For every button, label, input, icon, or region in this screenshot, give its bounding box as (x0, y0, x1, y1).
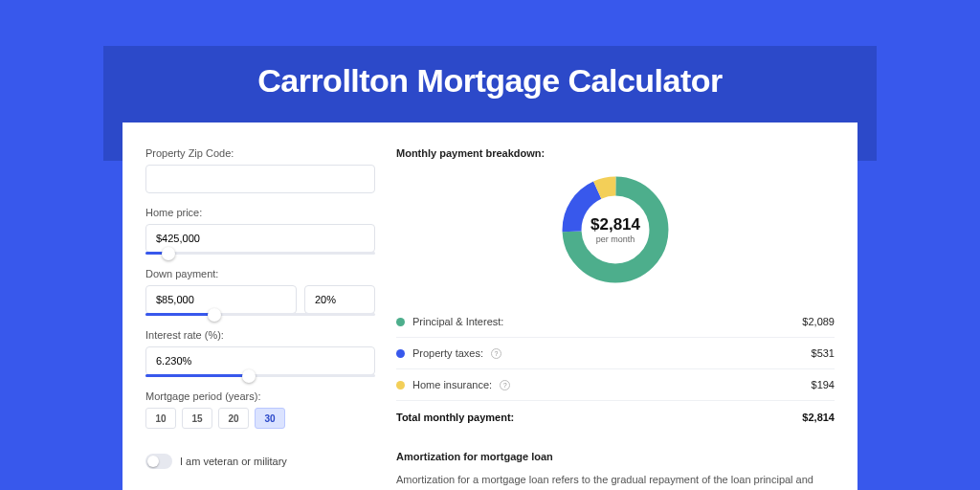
period-options: 10152030 (145, 408, 375, 429)
donut-chart: $2,814 per month (558, 172, 673, 287)
donut-sub: per month (590, 234, 640, 244)
rate-slider-handle[interactable] (242, 369, 256, 383)
donut-center: $2,814 per month (590, 215, 640, 244)
zip-field-group: Property Zip Code: (145, 147, 375, 193)
total-value: $2,814 (802, 412, 835, 423)
price-field-group: Home price: (145, 207, 375, 255)
legend-row: Principal & Interest:$2,089 (396, 306, 835, 337)
period-btn-20[interactable]: 20 (218, 408, 249, 429)
veteran-row: I am veteran or military (145, 454, 375, 469)
period-btn-15[interactable]: 15 (182, 408, 212, 429)
donut-chart-wrap: $2,814 per month (396, 172, 835, 287)
zip-label: Property Zip Code: (145, 147, 375, 159)
rate-field-group: Interest rate (%): (145, 329, 375, 377)
price-label: Home price: (145, 207, 375, 218)
rate-label: Interest rate (%): (145, 329, 375, 341)
veteran-label: I am veteran or military (180, 456, 287, 467)
breakdown-column: Monthly payment breakdown: $2,814 per mo… (396, 147, 835, 490)
info-icon[interactable]: ? (491, 348, 501, 359)
legend-label: Home insurance: (412, 379, 492, 390)
legend-value: $531 (812, 347, 835, 359)
legend-label: Principal & Interest: (412, 316, 503, 327)
period-label: Mortgage period (years): (145, 390, 375, 402)
legend-list: Principal & Interest:$2,089Property taxe… (396, 306, 835, 400)
legend-dot (396, 381, 405, 390)
amortization-title: Amortization for mortgage loan (396, 451, 835, 462)
veteran-toggle[interactable] (145, 454, 172, 469)
price-input[interactable] (145, 224, 375, 253)
breakdown-title: Monthly payment breakdown: (396, 147, 835, 159)
down-slider-handle[interactable] (208, 308, 221, 322)
page-title: Carrollton Mortgage Calculator (0, 62, 980, 100)
zip-input[interactable] (145, 165, 375, 193)
rate-slider[interactable] (145, 374, 375, 377)
toggle-knob (147, 456, 159, 467)
amortization-text: Amortization for a mortgage loan refers … (396, 472, 835, 490)
legend-value: $2,089 (802, 316, 835, 327)
legend-dot (396, 318, 405, 326)
price-slider-handle[interactable] (162, 247, 175, 260)
down-label: Down payment: (145, 268, 375, 279)
period-btn-30[interactable]: 30 (255, 408, 285, 429)
total-row: Total monthly payment: $2,814 (396, 400, 835, 434)
down-field-group: Down payment: (145, 268, 375, 316)
info-icon[interactable]: ? (500, 380, 510, 390)
down-amount-input[interactable] (145, 285, 297, 314)
down-pct-input[interactable] (304, 285, 375, 314)
calculator-card: Property Zip Code: Home price: Down paym… (122, 122, 858, 490)
down-slider[interactable] (145, 313, 375, 316)
rate-input[interactable] (145, 346, 375, 375)
legend-value: $194 (812, 379, 835, 390)
legend-dot (396, 349, 405, 358)
legend-row: Home insurance:?$194 (396, 368, 835, 400)
amortization-section: Amortization for mortgage loan Amortizat… (396, 451, 835, 490)
legend-label: Property taxes: (412, 347, 483, 359)
period-field-group: Mortgage period (years): 10152030 (145, 390, 375, 429)
total-label: Total monthly payment: (396, 412, 514, 423)
form-column: Property Zip Code: Home price: Down paym… (145, 147, 375, 490)
price-slider[interactable] (145, 252, 375, 255)
donut-value: $2,814 (590, 215, 640, 234)
legend-row: Property taxes:?$531 (396, 337, 835, 368)
period-btn-10[interactable]: 10 (145, 408, 176, 429)
